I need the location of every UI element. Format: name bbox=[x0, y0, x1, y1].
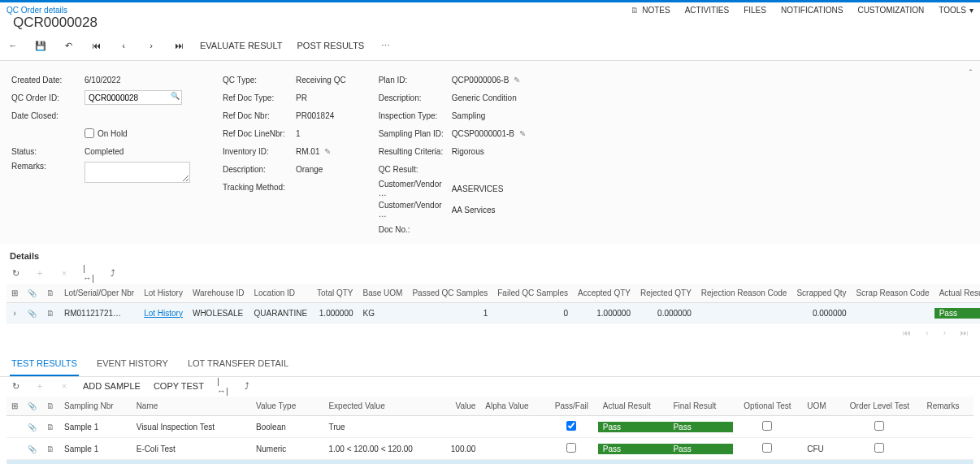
order-level-checkbox[interactable] bbox=[874, 421, 884, 431]
table-row[interactable]: Sample 1Color Measurement TestAlphanumer… bbox=[7, 460, 973, 465]
details-heading: Details bbox=[0, 245, 980, 264]
table-row[interactable]: Sample 1E-Coli TestNumeric1.00 < 120.00 … bbox=[7, 438, 973, 460]
tracking-label: Tracking Method: bbox=[223, 183, 296, 192]
col-scrapped[interactable]: Scrapped Qty bbox=[791, 284, 851, 303]
doc-icon[interactable] bbox=[46, 309, 54, 318]
cust-vend2-value: AA Services bbox=[452, 206, 496, 215]
clip-icon[interactable] bbox=[28, 309, 37, 318]
copy-test-button[interactable]: COPY TEST bbox=[154, 381, 204, 391]
col-rejected[interactable]: Rejected QTY bbox=[635, 284, 696, 303]
col-hist[interactable]: Lot History bbox=[139, 284, 188, 303]
fit-columns-icon[interactable]: |↔| bbox=[83, 267, 94, 279]
notifications-link[interactable]: NOTIFICATIONS bbox=[781, 6, 843, 15]
optional-checkbox[interactable] bbox=[762, 421, 772, 431]
pager-prev-icon: ‹ bbox=[926, 328, 928, 337]
tab-test-results[interactable]: TEST RESULTS bbox=[10, 350, 79, 376]
col-doc[interactable] bbox=[41, 397, 59, 416]
lot-history-link[interactable]: Lot History bbox=[144, 309, 183, 318]
clip-icon[interactable] bbox=[28, 423, 37, 431]
activities-link[interactable]: ACTIVITIES bbox=[685, 6, 729, 15]
col-loc[interactable]: Location ID bbox=[249, 284, 313, 303]
col-uom[interactable]: Base UOM bbox=[358, 284, 408, 303]
ref-doc-type-label: Ref Doc Type: bbox=[223, 93, 296, 102]
post-results-button[interactable]: POST RESULTS bbox=[297, 41, 364, 50]
passfail-checkbox[interactable] bbox=[566, 421, 576, 431]
col-pf[interactable]: Pass/Fail bbox=[545, 397, 598, 416]
more-icon[interactable]: ⋯ bbox=[379, 39, 392, 52]
col-name[interactable]: Name bbox=[132, 397, 251, 416]
col-samp[interactable]: Sampling Nbr bbox=[59, 397, 132, 416]
col-clip[interactable] bbox=[23, 397, 41, 416]
save-icon: 💾 bbox=[34, 39, 47, 52]
clip-icon[interactable] bbox=[28, 444, 37, 453]
col-failed[interactable]: Failed QC Samples bbox=[492, 284, 573, 303]
undo-icon[interactable]: ↶ bbox=[62, 39, 75, 52]
tests-grid: ⊞ Sampling Nbr Name Value Type Expected … bbox=[7, 397, 973, 464]
pencil-icon[interactable]: ✎ bbox=[519, 129, 526, 138]
col-expected[interactable]: Expected Value bbox=[323, 397, 438, 416]
first-icon[interactable]: ⏮ bbox=[89, 39, 102, 52]
col-accepted[interactable]: Accepted QTY bbox=[573, 284, 635, 303]
col-uom[interactable]: UOM bbox=[802, 397, 837, 416]
on-hold-checkbox[interactable] bbox=[85, 128, 94, 138]
col-select[interactable]: ⊞ bbox=[7, 284, 23, 303]
samp-plan-value: QCSP0000001-B bbox=[452, 129, 514, 138]
col-scrap-reason[interactable]: Scrap Reason Code bbox=[852, 284, 934, 303]
col-select[interactable]: ⊞ bbox=[7, 397, 23, 416]
refresh-icon[interactable]: ↻ bbox=[10, 267, 21, 279]
delete-row-icon: × bbox=[59, 267, 70, 279]
col-remarks[interactable]: Remarks bbox=[921, 397, 973, 416]
col-final[interactable]: Final Result bbox=[668, 397, 732, 416]
tab-lot-transfer[interactable]: LOT TRANSFER DETAIL bbox=[186, 350, 290, 376]
doc-icon[interactable] bbox=[46, 423, 54, 431]
tools-link[interactable]: TOOLS ▾ bbox=[939, 6, 973, 15]
table-row[interactable]: RM01121721… Lot History WHOLESALE QUARAN… bbox=[7, 303, 980, 323]
breadcrumb[interactable]: QC Order details bbox=[7, 6, 104, 15]
col-reason[interactable]: Rejection Reason Code bbox=[696, 284, 792, 303]
col-vtype[interactable]: Value Type bbox=[251, 397, 323, 416]
criteria-value: Rigorous bbox=[452, 147, 484, 156]
optional-checkbox[interactable] bbox=[762, 443, 772, 453]
remarks-input[interactable] bbox=[85, 162, 190, 183]
files-link[interactable]: FILES bbox=[744, 6, 766, 15]
table-row[interactable]: Sample 1Visual Inspection TestBooleanTru… bbox=[7, 416, 973, 438]
col-wh[interactable]: Warehouse ID bbox=[188, 284, 249, 303]
order-id-input[interactable] bbox=[85, 90, 182, 105]
order-level-checkbox[interactable] bbox=[874, 443, 884, 453]
col-actual[interactable]: Actual Result bbox=[934, 284, 980, 303]
pencil-icon[interactable]: ✎ bbox=[324, 147, 331, 156]
next-icon[interactable]: › bbox=[145, 39, 158, 52]
export-icon[interactable]: ⤴ bbox=[241, 380, 253, 392]
passfail-checkbox[interactable] bbox=[566, 443, 576, 453]
col-optional[interactable]: Optional Test bbox=[733, 397, 803, 416]
col-clip[interactable] bbox=[23, 284, 41, 303]
remarks-label: Remarks: bbox=[11, 162, 85, 171]
customization-link[interactable]: CUSTOMIZATION bbox=[857, 6, 924, 15]
col-doc[interactable] bbox=[41, 284, 59, 303]
last-icon[interactable]: ⏭ bbox=[172, 39, 185, 52]
col-order-level[interactable]: Order Level Test bbox=[837, 397, 921, 416]
fit-columns-icon[interactable]: |↔| bbox=[217, 380, 228, 392]
tab-event-history[interactable]: EVENT HISTORY bbox=[95, 350, 170, 376]
details-grid: ⊞ Lot/Serial/Oper Nbr Lot History Wareho… bbox=[7, 284, 980, 323]
prev-icon[interactable]: ‹ bbox=[117, 39, 130, 52]
pencil-icon[interactable]: ✎ bbox=[514, 76, 520, 85]
insp-type-label: Inspection Type: bbox=[379, 111, 452, 120]
created-date-value: 6/10/2022 bbox=[85, 76, 121, 85]
expand-icon[interactable] bbox=[13, 309, 16, 318]
col-qty[interactable]: Total QTY bbox=[312, 284, 358, 303]
col-passed[interactable]: Passed QC Samples bbox=[407, 284, 492, 303]
col-lot[interactable]: Lot/Serial/Oper Nbr bbox=[59, 284, 139, 303]
collapse-icon[interactable]: ˆ bbox=[969, 69, 972, 78]
export-icon[interactable]: ⤴ bbox=[107, 267, 119, 279]
notes-link[interactable]: NOTES bbox=[631, 6, 670, 15]
refresh-icon[interactable]: ↻ bbox=[10, 380, 21, 392]
doc-icon[interactable] bbox=[46, 444, 54, 453]
col-actual[interactable]: Actual Result bbox=[598, 397, 669, 416]
back-icon[interactable]: ← bbox=[7, 39, 20, 52]
col-value[interactable]: Value bbox=[438, 397, 480, 416]
col-alpha[interactable]: Alpha Value bbox=[480, 397, 545, 416]
date-closed-label: Date Closed: bbox=[11, 111, 85, 120]
evaluate-result-button[interactable]: EVALUATE RESULT bbox=[200, 41, 282, 50]
add-sample-button[interactable]: ADD SAMPLE bbox=[83, 381, 141, 391]
